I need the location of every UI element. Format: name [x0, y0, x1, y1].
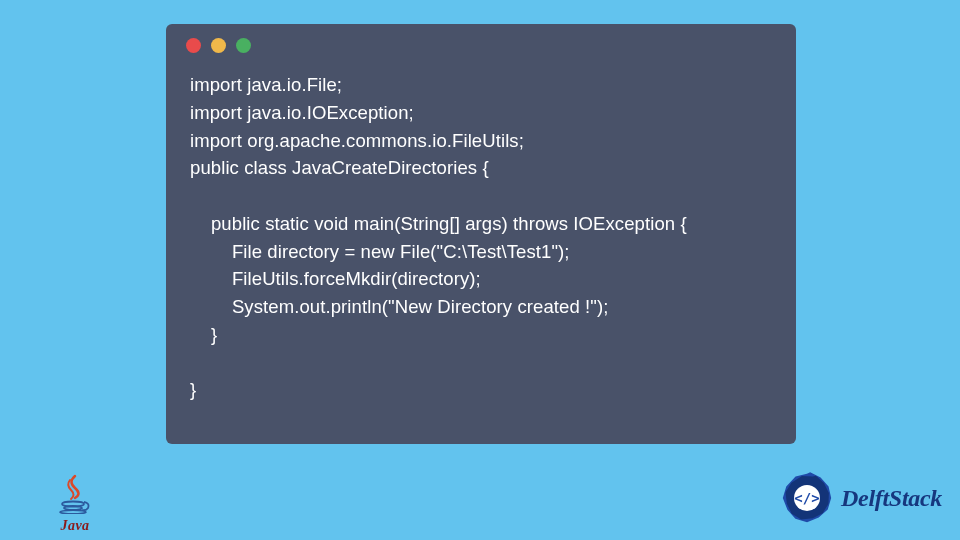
window-titlebar [166, 38, 796, 53]
minimize-icon[interactable] [211, 38, 226, 53]
java-logo-text: Java [50, 518, 100, 534]
delftstack-logo-text: DelftStack [841, 485, 942, 512]
close-icon[interactable] [186, 38, 201, 53]
maximize-icon[interactable] [236, 38, 251, 53]
svg-text:</>: </> [794, 490, 819, 506]
code-window: import java.io.File; import java.io.IOEx… [166, 24, 796, 444]
svg-point-1 [64, 506, 82, 510]
code-block: import java.io.File; import java.io.IOEx… [166, 71, 796, 404]
delftstack-logo: </> DelftStack [779, 470, 942, 526]
java-logo: Java [50, 474, 100, 534]
svg-point-2 [60, 510, 86, 514]
delftstack-badge-icon: </> [779, 470, 835, 526]
java-cup-icon [58, 474, 92, 514]
